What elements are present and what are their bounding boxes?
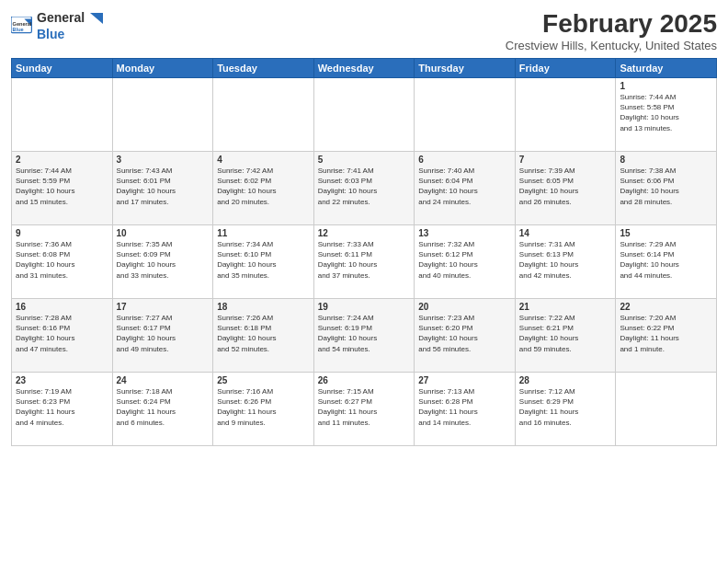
logo: General Blue General Blue [11, 9, 103, 42]
calendar-cell: 16Sunrise: 7:28 AM Sunset: 6:16 PM Dayli… [12, 299, 113, 373]
calendar-cell: 2Sunrise: 7:44 AM Sunset: 5:59 PM Daylig… [12, 152, 113, 225]
calendar-cell [213, 78, 314, 152]
day-info: Sunrise: 7:22 AM Sunset: 6:21 PM Dayligh… [519, 313, 612, 354]
day-number: 3 [117, 155, 210, 165]
day-info: Sunrise: 7:19 AM Sunset: 6:23 PM Dayligh… [16, 386, 108, 428]
calendar-cell: 3Sunrise: 7:43 AM Sunset: 6:01 PM Daylig… [112, 152, 213, 225]
logo-general: General [37, 10, 85, 25]
calendar-cell: 21Sunrise: 7:22 AM Sunset: 6:21 PM Dayli… [515, 299, 616, 373]
header: General Blue General Blue February 2025 … [11, 9, 717, 52]
header-wednesday: Wednesday [313, 59, 415, 78]
calendar-week-1: 2Sunrise: 7:44 AM Sunset: 5:59 PM Daylig… [12, 152, 717, 225]
day-number: 26 [318, 375, 411, 385]
calendar-cell: 12Sunrise: 7:33 AM Sunset: 6:11 PM Dayli… [313, 225, 415, 299]
calendar-cell: 4Sunrise: 7:42 AM Sunset: 6:02 PM Daylig… [213, 152, 314, 225]
day-number: 15 [620, 228, 712, 238]
svg-text:General: General [13, 20, 32, 26]
calendar-cell: 1Sunrise: 7:44 AM Sunset: 5:58 PM Daylig… [616, 78, 717, 152]
logo-arrow-icon [90, 13, 103, 24]
calendar-cell: 7Sunrise: 7:39 AM Sunset: 6:05 PM Daylig… [515, 152, 616, 225]
day-info: Sunrise: 7:43 AM Sunset: 6:01 PM Dayligh… [117, 166, 210, 207]
day-info: Sunrise: 7:12 AM Sunset: 6:29 PM Dayligh… [519, 386, 612, 428]
day-info: Sunrise: 7:27 AM Sunset: 6:17 PM Dayligh… [117, 313, 210, 354]
day-number: 2 [16, 155, 108, 165]
calendar-cell: 19Sunrise: 7:24 AM Sunset: 6:19 PM Dayli… [313, 299, 415, 373]
day-info: Sunrise: 7:26 AM Sunset: 6:18 PM Dayligh… [217, 313, 310, 354]
day-number: 27 [418, 375, 511, 385]
calendar-cell: 23Sunrise: 7:19 AM Sunset: 6:23 PM Dayli… [12, 373, 113, 446]
calendar-cell: 14Sunrise: 7:31 AM Sunset: 6:13 PM Dayli… [515, 225, 616, 299]
header-friday: Friday [515, 59, 616, 78]
day-info: Sunrise: 7:13 AM Sunset: 6:28 PM Dayligh… [418, 386, 511, 428]
day-info: Sunrise: 7:39 AM Sunset: 6:05 PM Dayligh… [519, 166, 612, 207]
calendar-week-3: 16Sunrise: 7:28 AM Sunset: 6:16 PM Dayli… [12, 299, 717, 373]
svg-marker-4 [90, 13, 103, 24]
day-number: 23 [16, 375, 108, 385]
header-thursday: Thursday [415, 59, 516, 78]
calendar-title: February 2025 [506, 9, 717, 39]
day-number: 21 [519, 302, 612, 312]
calendar-cell: 6Sunrise: 7:40 AM Sunset: 6:04 PM Daylig… [415, 152, 516, 225]
day-info: Sunrise: 7:44 AM Sunset: 5:59 PM Dayligh… [16, 166, 108, 207]
day-number: 24 [117, 375, 210, 385]
day-info: Sunrise: 7:29 AM Sunset: 6:14 PM Dayligh… [620, 239, 712, 281]
day-number: 16 [16, 302, 108, 312]
day-number: 4 [217, 155, 310, 165]
day-number: 18 [217, 302, 310, 312]
day-number: 17 [117, 302, 210, 312]
calendar-cell: 13Sunrise: 7:32 AM Sunset: 6:12 PM Dayli… [415, 225, 516, 299]
day-info: Sunrise: 7:16 AM Sunset: 6:26 PM Dayligh… [217, 386, 310, 428]
calendar-table: SundayMondayTuesdayWednesdayThursdayFrid… [11, 58, 717, 446]
calendar-cell: 22Sunrise: 7:20 AM Sunset: 6:22 PM Dayli… [616, 299, 717, 373]
day-info: Sunrise: 7:31 AM Sunset: 6:13 PM Dayligh… [519, 239, 612, 281]
day-number: 10 [117, 228, 210, 238]
day-info: Sunrise: 7:41 AM Sunset: 6:03 PM Dayligh… [318, 166, 411, 207]
day-number: 6 [418, 155, 511, 165]
calendar-week-0: 1Sunrise: 7:44 AM Sunset: 5:58 PM Daylig… [12, 78, 717, 152]
calendar-week-4: 23Sunrise: 7:19 AM Sunset: 6:23 PM Dayli… [12, 373, 717, 446]
calendar-cell [313, 78, 415, 152]
day-number: 28 [519, 375, 612, 385]
day-number: 1 [620, 81, 712, 91]
calendar-week-2: 9Sunrise: 7:36 AM Sunset: 6:08 PM Daylig… [12, 225, 717, 299]
day-number: 14 [519, 228, 612, 238]
calendar-cell: 5Sunrise: 7:41 AM Sunset: 6:03 PM Daylig… [313, 152, 415, 225]
day-info: Sunrise: 7:44 AM Sunset: 5:58 PM Dayligh… [620, 92, 712, 133]
calendar-cell: 24Sunrise: 7:18 AM Sunset: 6:24 PM Dayli… [112, 373, 213, 446]
calendar-page: General Blue General Blue February 2025 … [0, 0, 728, 563]
day-number: 20 [418, 302, 511, 312]
day-info: Sunrise: 7:23 AM Sunset: 6:20 PM Dayligh… [418, 313, 511, 354]
header-sunday: Sunday [12, 59, 113, 78]
logo-blue: Blue [37, 27, 64, 41]
day-number: 7 [519, 155, 612, 165]
logo-icon: General Blue [11, 17, 33, 35]
calendar-cell [12, 78, 113, 152]
calendar-cell [415, 78, 516, 152]
header-tuesday: Tuesday [213, 59, 314, 78]
calendar-cell: 11Sunrise: 7:34 AM Sunset: 6:10 PM Dayli… [213, 225, 314, 299]
day-number: 8 [620, 155, 712, 165]
calendar-cell: 9Sunrise: 7:36 AM Sunset: 6:08 PM Daylig… [12, 225, 113, 299]
calendar-cell: 26Sunrise: 7:15 AM Sunset: 6:27 PM Dayli… [313, 373, 415, 446]
day-info: Sunrise: 7:38 AM Sunset: 6:06 PM Dayligh… [620, 166, 712, 207]
calendar-cell: 10Sunrise: 7:35 AM Sunset: 6:09 PM Dayli… [112, 225, 213, 299]
header-monday: Monday [112, 59, 213, 78]
calendar-cell: 25Sunrise: 7:16 AM Sunset: 6:26 PM Dayli… [213, 373, 314, 446]
calendar-cell [112, 78, 213, 152]
day-info: Sunrise: 7:34 AM Sunset: 6:10 PM Dayligh… [217, 239, 310, 281]
day-number: 22 [620, 302, 712, 312]
day-number: 25 [217, 375, 310, 385]
day-info: Sunrise: 7:32 AM Sunset: 6:12 PM Dayligh… [418, 239, 511, 281]
day-info: Sunrise: 7:28 AM Sunset: 6:16 PM Dayligh… [16, 313, 108, 354]
calendar-cell: 8Sunrise: 7:38 AM Sunset: 6:06 PM Daylig… [616, 152, 717, 225]
calendar-cell: 15Sunrise: 7:29 AM Sunset: 6:14 PM Dayli… [616, 225, 717, 299]
calendar-subtitle: Crestview Hills, Kentucky, United States [506, 39, 717, 52]
calendar-header-row: SundayMondayTuesdayWednesdayThursdayFrid… [12, 59, 717, 78]
day-number: 5 [318, 155, 411, 165]
calendar-cell: 18Sunrise: 7:26 AM Sunset: 6:18 PM Dayli… [213, 299, 314, 373]
calendar-cell [616, 373, 717, 446]
calendar-cell: 28Sunrise: 7:12 AM Sunset: 6:29 PM Dayli… [515, 373, 616, 446]
calendar-cell: 27Sunrise: 7:13 AM Sunset: 6:28 PM Dayli… [415, 373, 516, 446]
day-info: Sunrise: 7:18 AM Sunset: 6:24 PM Dayligh… [117, 386, 210, 428]
day-info: Sunrise: 7:40 AM Sunset: 6:04 PM Dayligh… [418, 166, 511, 207]
